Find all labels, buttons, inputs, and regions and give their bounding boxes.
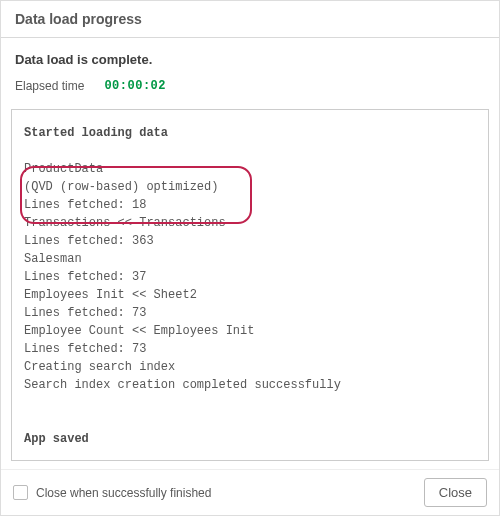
elapsed-label: Elapsed time — [15, 79, 84, 93]
status-area: Data load is complete. — [1, 38, 499, 75]
status-message: Data load is complete. — [15, 52, 485, 67]
dialog-header: Data load progress — [1, 1, 499, 38]
close-when-finished-row[interactable]: Close when successfully finished — [13, 485, 211, 500]
log-output[interactable]: Started loading data ProductData (QVD (r… — [12, 110, 488, 460]
elapsed-row: Elapsed time 00:00:02 — [1, 75, 499, 103]
close-when-finished-checkbox[interactable] — [13, 485, 28, 500]
close-when-finished-label: Close when successfully finished — [36, 486, 211, 500]
log-container: Started loading data ProductData (QVD (r… — [11, 109, 489, 461]
dialog-title: Data load progress — [15, 11, 485, 27]
elapsed-value: 00:00:02 — [104, 79, 166, 93]
dialog-footer: Close when successfully finished Close — [1, 469, 499, 515]
close-button[interactable]: Close — [424, 478, 487, 507]
data-load-dialog: Data load progress Data load is complete… — [0, 0, 500, 516]
